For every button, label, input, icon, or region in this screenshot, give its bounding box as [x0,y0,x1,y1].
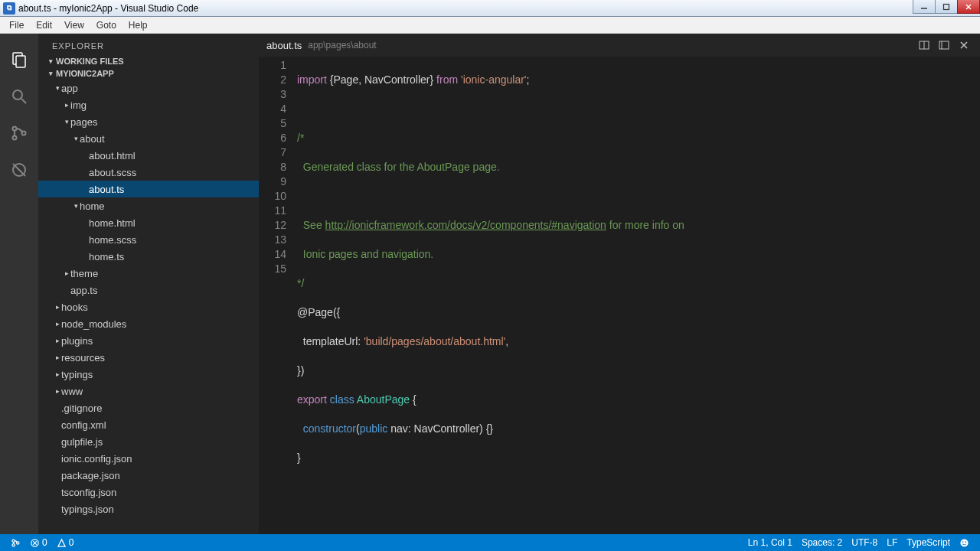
svg-point-26 [962,541,964,543]
tree-item-label: .gitignore [61,403,102,414]
tree-item[interactable]: tsconfig.json [38,484,259,500]
tree-item-label: home [80,201,105,212]
menu-goto[interactable]: Goto [90,18,122,32]
status-errors[interactable]: 0 [25,537,52,548]
explorer-sidebar: EXPLORER ▾WORKING FILES ▾MYIONIC2APP ▾ap… [38,34,259,534]
twistie-icon: ▸ [63,269,70,277]
menu-help[interactable]: Help [122,18,154,32]
tree-item[interactable]: home.html [38,214,259,231]
editor-tab-bar: about.ts app\pages\about [259,34,980,57]
line-gutter: 123456789101112131415 [259,57,297,534]
status-language[interactable]: TypeScript [902,537,955,548]
svg-point-20 [12,543,15,546]
file-tree: ▾app▸img▾pages▾aboutabout.htmlabout.scss… [38,80,259,534]
tree-item[interactable]: ▸node_modules [38,315,259,332]
svg-point-6 [13,90,22,99]
tree-item[interactable]: ▸typings [38,366,259,383]
tree-item[interactable]: ▾about [38,130,259,147]
twistie-icon: ▾ [54,84,61,92]
twistie-icon: ▾ [72,135,80,142]
tree-item-label: plugins [61,335,93,347]
tree-item-label: package.json [61,470,120,481]
tree-item[interactable]: gulpfile.js [38,433,259,450]
status-warnings[interactable]: 0 [52,537,79,548]
svg-rect-5 [16,56,25,67]
twistie-icon: ▾ [72,202,80,210]
tree-item-label: about.html [89,150,136,161]
tree-item[interactable]: ▸img [38,96,259,113]
twistie-icon: ▸ [54,303,61,311]
tree-item[interactable]: ▸plugins [38,332,259,349]
svg-point-27 [965,541,967,543]
split-editor-button[interactable] [916,37,933,54]
twistie-icon: ▸ [54,337,61,344]
window-controls [913,0,980,16]
svg-point-9 [13,136,17,140]
twistie-icon: ▸ [63,101,70,109]
main-area: EXPLORER ▾WORKING FILES ▾MYIONIC2APP ▾ap… [0,34,980,534]
tree-item[interactable]: about.scss [38,164,259,181]
twistie-icon: ▸ [54,320,61,328]
status-indent[interactable]: Spaces: 2 [797,537,847,548]
menu-view[interactable]: View [58,18,90,32]
close-tab-button[interactable] [956,37,972,54]
activity-explorer[interactable] [0,41,38,78]
tree-item[interactable]: typings.json [38,500,259,517]
maximize-button[interactable] [935,0,958,14]
minimize-button[interactable] [913,0,936,14]
tree-item[interactable]: ▾pages [38,113,259,130]
tree-item[interactable]: ▾home [38,197,259,214]
status-eol[interactable]: LF [882,537,902,548]
menu-file[interactable]: File [3,18,30,32]
activity-search[interactable] [0,78,38,115]
more-actions-button[interactable] [936,37,952,54]
status-encoding[interactable]: UTF-8 [847,537,882,548]
tree-item[interactable]: about.ts [38,181,259,197]
status-feedback-icon[interactable] [955,538,974,548]
tree-item[interactable]: ▸theme [38,265,259,282]
code-content: import {Page, NavController} from 'ionic… [297,57,980,534]
tree-item[interactable]: ▸hooks [38,298,259,315]
tree-item[interactable]: ▾app [38,80,259,96]
tree-item[interactable]: .gitignore [38,399,259,416]
tree-item-label: www [61,386,83,397]
tree-item[interactable]: config.xml [38,416,259,433]
tree-item[interactable]: ionic.config.json [38,450,259,467]
editor-area: about.ts app\pages\about 123456789101112… [259,34,980,534]
svg-point-25 [960,539,968,546]
tree-item-label: about [80,133,105,145]
menu-bar: File Edit View Goto Help [0,17,980,34]
menu-edit[interactable]: Edit [30,18,58,32]
tree-item-label: app [61,83,78,94]
section-working-files[interactable]: ▾WORKING FILES [38,55,259,67]
svg-rect-1 [944,4,949,9]
tree-item-label: img [70,99,87,111]
tree-item[interactable]: package.json [38,467,259,484]
tab-filepath: app\pages\about [308,40,913,51]
tree-item-label: home.ts [89,251,124,262]
activity-git[interactable] [0,115,38,152]
tab-filename[interactable]: about.ts [266,40,302,51]
tree-item[interactable]: about.html [38,147,259,164]
section-project[interactable]: ▾MYIONIC2APP [38,67,259,80]
svg-point-8 [13,127,17,131]
tree-item[interactable]: home.scss [38,231,259,248]
status-cursor[interactable]: Ln 1, Col 1 [743,537,797,548]
twistie-icon: ▸ [54,354,61,361]
tree-item[interactable]: app.ts [38,282,259,298]
status-git-icon[interactable] [6,538,25,548]
close-button[interactable] [957,0,980,14]
window-title: about.ts - myIonic2App - Visual Studio C… [18,3,913,14]
svg-point-19 [12,540,15,542]
activity-debug[interactable] [0,152,38,188]
tree-item[interactable]: ▸resources [38,349,259,366]
twistie-icon: ▾ [63,118,70,126]
status-bar: 0 0 Ln 1, Col 1 Spaces: 2 UTF-8 LF TypeS… [0,534,980,551]
tree-item[interactable]: home.ts [38,248,259,265]
tree-item[interactable]: ▸www [38,383,259,399]
tree-item-label: resources [61,352,105,364]
tree-item-label: config.xml [61,419,106,431]
tree-item-label: node_modules [61,318,126,330]
code-editor[interactable]: 123456789101112131415 import {Page, NavC… [259,57,980,534]
svg-line-7 [21,99,26,103]
